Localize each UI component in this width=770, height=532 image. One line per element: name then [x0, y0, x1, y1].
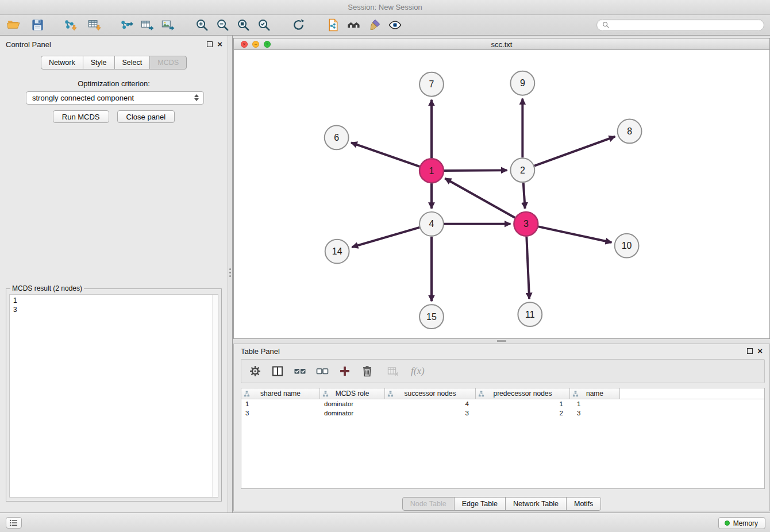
- search-field[interactable]: [596, 19, 764, 31]
- close-table-panel-icon[interactable]: ×: [757, 348, 763, 354]
- window-title: Session: New Session: [348, 3, 422, 11]
- graph-node-14[interactable]: 14: [325, 240, 349, 264]
- tab-select[interactable]: Select: [114, 56, 151, 70]
- memory-button[interactable]: Memory: [718, 517, 765, 529]
- close-panel-icon[interactable]: ×: [217, 41, 222, 47]
- table-panel-title: Table Panel: [241, 347, 280, 356]
- search-input[interactable]: [613, 21, 759, 29]
- scrollbar[interactable]: [212, 295, 218, 497]
- task-history-button[interactable]: [6, 517, 22, 529]
- graph-node-label: 4: [429, 219, 434, 229]
- tab-network[interactable]: Network: [41, 56, 83, 70]
- tab-motifs[interactable]: Motifs: [566, 497, 601, 511]
- export-network-button[interactable]: [117, 17, 134, 34]
- table-cell[interactable]: 3: [385, 410, 476, 417]
- graph-node-1[interactable]: 1: [419, 159, 444, 183]
- application-window: Session: New Session Control Panel ×: [0, 0, 770, 532]
- graph-node-6[interactable]: 6: [325, 125, 349, 149]
- graph-node-15[interactable]: 15: [419, 304, 444, 329]
- horizontal-splitter-grip-icon[interactable]: [497, 340, 506, 342]
- tab-network-table[interactable]: Network Table: [505, 497, 567, 511]
- run-mcds-button[interactable]: Run MCDS: [53, 110, 109, 123]
- graph-node-9[interactable]: 9: [510, 71, 534, 95]
- table-cell[interactable]: 1: [570, 400, 620, 407]
- table-cell[interactable]: dominator: [320, 400, 385, 407]
- column-header-shared-name[interactable]: shared name: [241, 388, 320, 399]
- table-row[interactable]: 3dominator323: [241, 408, 764, 418]
- graph-edge-3-1[interactable]: [445, 178, 515, 218]
- graph-node-label: 1: [429, 166, 434, 176]
- column-sort-icon: [387, 391, 394, 397]
- show-columns-button[interactable]: [271, 364, 284, 378]
- export-table-button[interactable]: [138, 17, 155, 34]
- memory-label: Memory: [733, 519, 758, 527]
- graph-node-3[interactable]: 3: [514, 212, 538, 236]
- select-all-columns-button[interactable]: [293, 364, 307, 378]
- style-brush-button[interactable]: [365, 17, 383, 34]
- zoom-out-button[interactable]: [214, 17, 231, 34]
- import-database-button[interactable]: [324, 17, 341, 34]
- graph-edge-4-14[interactable]: [352, 228, 419, 247]
- graph-node-10[interactable]: 10: [615, 234, 639, 258]
- criterion-select[interactable]: strongly connected component: [26, 91, 204, 105]
- column-header-predecessor-nodes[interactable]: predecessor nodes: [476, 388, 570, 399]
- column-sort-icon: [322, 391, 329, 397]
- table-cell[interactable]: 2: [476, 410, 570, 417]
- deselect-all-columns-button[interactable]: [315, 364, 329, 378]
- status-bar: Memory: [0, 512, 770, 532]
- network-window-titlebar[interactable]: × − + scc.txt: [234, 38, 769, 50]
- table-panel-tabs: Node Table Edge Table Network Table Moti…: [234, 497, 769, 511]
- delete-column-button[interactable]: [360, 364, 374, 378]
- graph-edge-2-3[interactable]: [523, 183, 525, 209]
- table-cell[interactable]: 4: [385, 400, 476, 407]
- graph-node-11[interactable]: 11: [518, 302, 542, 326]
- homes-icon: [346, 18, 361, 32]
- show-hide-button[interactable]: [386, 17, 403, 34]
- table-cell[interactable]: dominator: [320, 410, 385, 417]
- tab-mcds[interactable]: MCDS: [149, 56, 187, 70]
- table-row[interactable]: 1dominator411: [241, 399, 764, 408]
- tab-style[interactable]: Style: [83, 56, 115, 70]
- first-neighbors-button[interactable]: [345, 17, 362, 34]
- zoom-fit-button[interactable]: [234, 17, 252, 34]
- graph-edge-3-11[interactable]: [526, 237, 529, 299]
- panel-splitter[interactable]: [228, 36, 233, 512]
- graph-node-label: 11: [525, 310, 535, 319]
- graph-edge-3-10[interactable]: [538, 226, 612, 242]
- table-cell[interactable]: 1: [476, 400, 570, 407]
- float-table-panel-icon[interactable]: [747, 348, 753, 354]
- graph-edge-2-8[interactable]: [534, 137, 615, 166]
- column-header-name[interactable]: name: [570, 388, 620, 399]
- tab-node-table[interactable]: Node Table: [402, 497, 455, 511]
- tab-edge-table[interactable]: Edge Table: [454, 497, 506, 511]
- graph-node-7[interactable]: 7: [419, 72, 444, 97]
- float-panel-icon[interactable]: [207, 41, 213, 47]
- graph-node-2[interactable]: 2: [510, 158, 534, 182]
- apply-layout-button[interactable]: [290, 17, 307, 34]
- create-column-button[interactable]: [338, 364, 352, 378]
- network-graph[interactable]: 7968124314101511: [234, 51, 769, 338]
- table-cell[interactable]: 1: [241, 400, 320, 407]
- export-image-button[interactable]: [159, 17, 176, 34]
- graph-node-8[interactable]: 8: [618, 119, 642, 144]
- export-image-icon: [160, 18, 175, 32]
- network-canvas[interactable]: 7968124314101511: [234, 51, 769, 338]
- table-cell[interactable]: 3: [241, 410, 320, 417]
- import-table-button[interactable]: [85, 17, 102, 34]
- mcds-result-list[interactable]: 1 3: [9, 294, 218, 498]
- open-session-button[interactable]: [5, 17, 22, 34]
- table-settings-button[interactable]: [248, 364, 262, 378]
- graph-edge-1-2[interactable]: [444, 170, 507, 171]
- import-network-button[interactable]: [61, 17, 78, 34]
- graph-node-4[interactable]: 4: [419, 212, 444, 236]
- function-builder-button: f(x): [411, 365, 425, 377]
- save-session-button[interactable]: [29, 17, 46, 34]
- zoom-in-button[interactable]: [193, 17, 210, 34]
- column-header-successor-nodes[interactable]: successor nodes: [385, 388, 476, 399]
- close-panel-button[interactable]: Close panel: [117, 110, 175, 123]
- zoom-selected-button[interactable]: [255, 17, 272, 34]
- table-cell[interactable]: 3: [570, 410, 620, 417]
- window-titlebar[interactable]: Session: New Session: [0, 0, 770, 15]
- column-header-MCDS-role[interactable]: MCDS role: [320, 388, 385, 399]
- graph-edge-1-6[interactable]: [351, 142, 419, 167]
